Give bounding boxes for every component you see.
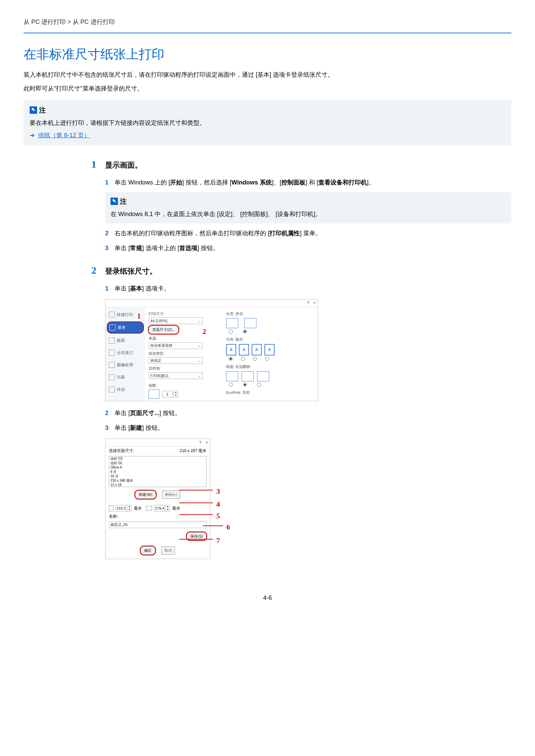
orient-landscape-flip[interactable]: A <box>264 344 275 355</box>
inner-note: 注 在 Windows 8.1 中，在桌面上依次单击 [设定]、 [控制面板]、… <box>105 192 511 224</box>
eco-label: EcoPrint: 关闭 <box>226 389 314 396</box>
dest-label: 目的地: <box>149 365 219 372</box>
note-icon <box>111 198 118 205</box>
tab-publish[interactable]: 出版 <box>107 372 144 382</box>
breadcrumb: 从 PC 进行打印 > 从 PC 进行打印 <box>24 17 511 33</box>
size-display: 210 x 297 毫米 <box>180 447 207 454</box>
name-label: 名称: <box>109 513 118 520</box>
substep-num: 3 <box>105 243 110 253</box>
paper-supply-link[interactable]: 供纸（第 8-12 页） <box>38 130 90 141</box>
close-icon[interactable]: × <box>206 439 208 446</box>
orient-portrait[interactable]: A <box>226 344 236 355</box>
note-label: 注 <box>39 104 46 116</box>
print-size-dropdown[interactable]: A4 [100%] <box>149 317 202 324</box>
delete-button[interactable]: 删除(L) <box>162 490 180 499</box>
callout-1: 1 <box>137 310 141 322</box>
ok-button[interactable]: 确定 <box>140 546 155 555</box>
callout-3: 3 <box>216 485 220 497</box>
tab-layout[interactable]: 版面 <box>107 335 144 346</box>
new-button[interactable]: 新建(W) <box>135 490 156 499</box>
tab-jobs[interactable]: 作业 <box>107 384 144 395</box>
note-box-1: 注 要在本机上进行打印，请根据下方链接内容设定纸张尺寸和类型。 ➔ 供纸（第 8… <box>24 100 511 145</box>
step-number-2: 2 <box>88 262 96 279</box>
substep-text: 单击 Windows 上的 [开始] 按钮，然后选择 [Windows 系统]、… <box>115 177 511 188</box>
orient-landscape[interactable]: A <box>239 344 249 355</box>
page-title: 在非标准尺寸纸张上打印 <box>24 43 511 65</box>
copies-icon <box>149 389 159 399</box>
media-dropdown[interactable]: 未指定 <box>149 357 202 364</box>
step-number-1: 1 <box>88 156 96 173</box>
callout-2: 2 <box>202 325 206 338</box>
callout-5: 5 <box>216 510 220 522</box>
intro-text-2: 此时即可从"打印尺寸"菜单选择登录的尺寸。 <box>24 83 511 94</box>
substep-text: 单击 [常规] 选项卡上的 [首选项] 按钮。 <box>115 243 511 253</box>
page-size-button[interactable]: 页面尺寸(Z)... <box>149 325 179 334</box>
cancel-button[interactable]: 取消 <box>161 546 175 555</box>
page-number: 4-6 <box>24 593 511 603</box>
callout-6: 6 <box>226 521 230 533</box>
collate-label: 分页: 开启 <box>226 311 314 317</box>
width-stepper[interactable]: ▴▾ <box>116 505 132 512</box>
callout-4: 4 <box>216 498 220 510</box>
tab-basic[interactable]: 基本 <box>107 321 144 334</box>
name-field[interactable]: 自定义_01 <box>109 521 207 528</box>
step-title-1: 显示画面。 <box>105 159 142 171</box>
substep-text: 单击 [页面尺寸...] 按钮。 <box>115 408 511 418</box>
note-label: 注 <box>120 196 127 207</box>
driver-dialog-screenshot: ? × 快速打印 基本 版面 分页装订 图像处理 出版 作业 打印尺寸: A4 … <box>105 299 318 401</box>
tab-finishing[interactable]: 分页装订 <box>107 347 144 358</box>
print-size-label: 打印尺寸: <box>149 311 219 317</box>
orient-label: 方向: 纵向 <box>226 336 314 343</box>
inner-note-body: 在 Windows 8.1 中，在桌面上依次单击 [设定]、 [控制面板]、 [… <box>111 209 506 219</box>
copies-stepper[interactable]: ▴▾ <box>162 391 178 398</box>
substep-num: 2 <box>105 228 110 239</box>
substep-text: 单击 [基本] 选项卡。 <box>115 283 511 294</box>
arrow-icon: ➔ <box>30 130 35 141</box>
substep-num: 3 <box>105 423 110 433</box>
callout-7: 7 <box>216 534 220 547</box>
page-size-dialog-screenshot: ? × 选择页面尺寸: 210 x 297 毫米 信封 C5 信封 DL Ofi… <box>105 439 210 559</box>
substep-text: 右击本机的打印驱动程序图标，然后单击打印驱动程序的 [打印机属性] 菜单。 <box>115 228 511 239</box>
duplex-label: 双面: 长边翻转 <box>226 364 314 370</box>
size-list[interactable]: 信封 C5 信封 DL Oficio II 8 开 16 开 216 x 340… <box>109 456 207 487</box>
dest-dropdown[interactable]: 打印机默认 <box>149 372 202 379</box>
intro-text-1: 装入本机打印尺寸中不包含的纸张尺寸后，请在打印驱动程序的打印设定画面中，通过 [… <box>24 70 511 80</box>
substep-num: 1 <box>105 177 110 188</box>
media-label: 纸张类型: <box>149 350 219 357</box>
tab-image[interactable]: 图像处理 <box>107 359 144 370</box>
substep-num: 2 <box>105 408 110 418</box>
note-body: 要在本机上进行打印，请根据下方链接内容设定纸张尺寸和类型。 <box>30 118 505 128</box>
step-title-2: 登录纸张尺寸。 <box>105 265 157 277</box>
orient-portrait-flip[interactable]: A <box>252 344 262 355</box>
copies-label: 份数: <box>149 382 219 389</box>
substep-text: 单击 [新建] 按钮。 <box>115 423 511 433</box>
substep-num: 1 <box>105 283 110 294</box>
height-stepper[interactable]: ▴▾ <box>154 505 170 512</box>
help-icon[interactable]: ? <box>199 439 201 446</box>
source-label: 来源: <box>149 335 219 342</box>
select-size-label: 选择页面尺寸: <box>109 447 134 454</box>
source-dropdown[interactable]: 自动来源选择 <box>149 342 202 349</box>
help-icon[interactable]: ? <box>307 300 309 306</box>
note-icon <box>30 106 37 114</box>
close-icon[interactable]: × <box>313 300 316 306</box>
